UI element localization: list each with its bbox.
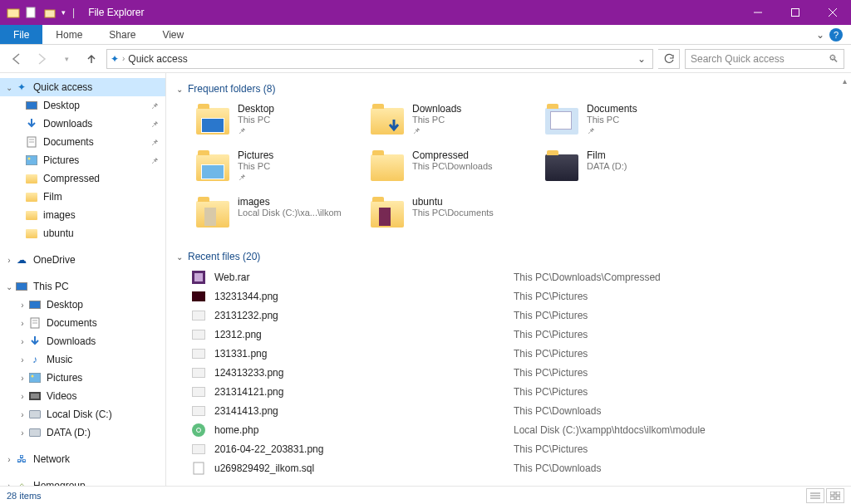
qat-properties-icon[interactable] bbox=[25, 6, 38, 19]
collapse-icon[interactable]: ⌄ bbox=[176, 85, 183, 94]
navigation-pane[interactable]: ⌄ ✦ Quick access Desktop📌︎Downloads📌︎Doc… bbox=[0, 73, 166, 486]
content-pane[interactable]: ▴ ⌄ Frequent folders (8) DesktopThis PC📌… bbox=[166, 73, 851, 486]
qat-new-folder-icon[interactable] bbox=[43, 6, 57, 19]
expand-icon[interactable]: › bbox=[17, 337, 28, 346]
address-row: ▾ ✦ › Quick access ⌄ 🔍︎ bbox=[0, 45, 851, 73]
pin-icon: 📌︎ bbox=[150, 101, 159, 110]
search-icon[interactable]: 🔍︎ bbox=[829, 53, 839, 65]
sidebar-this-pc[interactable]: ⌄ This PC bbox=[0, 277, 165, 296]
expand-icon[interactable]: ⌄ bbox=[3, 282, 15, 291]
sidebar-item-label: DATA (D:) bbox=[47, 427, 159, 438]
sidebar-item-desktop[interactable]: ›Desktop bbox=[0, 296, 165, 314]
sidebar-item-documents[interactable]: Documents📌︎ bbox=[0, 133, 165, 151]
tab-home[interactable]: Home bbox=[42, 25, 96, 44]
folder-icon bbox=[25, 208, 38, 222]
scroll-up-icon[interactable]: ▴ bbox=[839, 76, 849, 93]
thumbnails-view-button[interactable] bbox=[826, 488, 844, 503]
sidebar-network[interactable]: › 🖧 Network bbox=[0, 450, 165, 468]
folder-downloads[interactable]: DownloadsThis PC📌︎ bbox=[366, 100, 540, 146]
sidebar-item-music[interactable]: ›♪Music bbox=[0, 350, 165, 369]
address-dropdown-icon[interactable]: ⌄ bbox=[634, 53, 649, 65]
expand-icon[interactable]: › bbox=[17, 355, 28, 365]
sidebar-homegroup[interactable]: › ⌂ Homegroup bbox=[0, 477, 165, 486]
recent-file-row[interactable]: 131331.pngThis PC\Pictures bbox=[191, 344, 851, 363]
tab-share[interactable]: Share bbox=[96, 25, 149, 44]
back-button[interactable] bbox=[7, 49, 27, 69]
recent-file-row[interactable]: 13231344.pngThis PC\Pictures bbox=[191, 286, 851, 306]
quick-access-star-icon: ✦ bbox=[111, 53, 119, 65]
folder-icon bbox=[369, 149, 406, 186]
expand-icon[interactable]: › bbox=[17, 410, 28, 419]
sidebar-item-images[interactable]: images bbox=[0, 206, 165, 224]
sidebar-item-ubuntu[interactable]: ubuntu bbox=[0, 224, 165, 242]
folder-images[interactable]: imagesLocal Disk (C:)\xa...\ilkom bbox=[191, 193, 366, 239]
tab-file[interactable]: File bbox=[0, 25, 42, 44]
frequent-folders-header[interactable]: ⌄ Frequent folders (8) bbox=[166, 80, 851, 100]
maximize-button[interactable] bbox=[776, 0, 814, 25]
file-location: This PC\Pictures bbox=[514, 310, 588, 321]
folder-film[interactable]: FilmDATA (D:) bbox=[540, 146, 715, 193]
expand-icon[interactable]: › bbox=[17, 301, 28, 310]
recent-file-row[interactable]: 23131232.pngThis PC\Pictures bbox=[191, 306, 851, 325]
folder-ubuntu[interactable]: ubuntuThis PC\Documents bbox=[366, 193, 540, 239]
minimize-button[interactable] bbox=[739, 0, 776, 25]
expand-icon[interactable]: › bbox=[3, 455, 15, 464]
ribbon-expand-icon[interactable]: ⌄ bbox=[811, 29, 829, 41]
recent-file-row[interactable]: home.phpLocal Disk (C:)\xampp\htdocs\ilk… bbox=[191, 420, 851, 439]
refresh-button[interactable] bbox=[658, 49, 680, 69]
search-box[interactable]: 🔍︎ bbox=[685, 49, 844, 69]
recent-file-row[interactable]: 12312.pngThis PC\Pictures bbox=[191, 325, 851, 344]
up-button[interactable] bbox=[81, 49, 101, 69]
sidebar-item-compressed[interactable]: Compressed bbox=[0, 169, 165, 188]
close-button[interactable] bbox=[814, 0, 851, 25]
sidebar-item-film[interactable]: Film bbox=[0, 188, 165, 206]
folder-icon bbox=[369, 196, 406, 232]
sidebar-item-pictures[interactable]: ›Pictures bbox=[0, 369, 165, 387]
recent-files-header[interactable]: ⌄ Recent files (20) bbox=[166, 247, 851, 267]
recent-file-row[interactable]: 124313233.pngThis PC\Pictures bbox=[191, 363, 851, 382]
recent-file-row[interactable]: 2016-04-22_203831.pngThis PC\Pictures bbox=[191, 439, 851, 458]
sidebar-onedrive[interactable]: › ☁ OneDrive bbox=[0, 251, 165, 269]
sidebar-item-data-d-[interactable]: ›DATA (D:) bbox=[0, 423, 165, 442]
folder-desktop[interactable]: DesktopThis PC📌︎ bbox=[191, 100, 366, 146]
sidebar-item-documents[interactable]: ›Documents bbox=[0, 314, 165, 332]
recent-file-row[interactable]: 23141413.pngThis PC\Downloads bbox=[191, 401, 851, 420]
folder-compressed[interactable]: CompressedThis PC\Downloads bbox=[366, 146, 540, 193]
folder-pictures[interactable]: PicturesThis PC📌︎ bbox=[191, 146, 366, 193]
expand-icon[interactable]: › bbox=[3, 256, 15, 265]
sidebar-item-videos[interactable]: ›Videos bbox=[0, 387, 165, 405]
sidebar-item-downloads[interactable]: Downloads📌︎ bbox=[0, 115, 165, 133]
folder-name: Downloads bbox=[412, 103, 461, 115]
expand-icon[interactable]: › bbox=[17, 428, 28, 438]
expand-icon[interactable]: › bbox=[3, 482, 15, 487]
details-view-button[interactable] bbox=[806, 488, 824, 503]
recent-file-row[interactable]: u269829492_ilkom.sqlThis PC\Downloads bbox=[191, 458, 851, 477]
address-bar[interactable]: ✦ › Quick access ⌄ bbox=[106, 49, 653, 69]
search-input[interactable] bbox=[691, 53, 829, 65]
sidebar-item-local-disk-c-[interactable]: ›Local Disk (C:) bbox=[0, 405, 165, 423]
sidebar-item-desktop[interactable]: Desktop📌︎ bbox=[0, 96, 165, 115]
expand-icon[interactable]: › bbox=[17, 319, 28, 328]
tab-view[interactable]: View bbox=[149, 25, 197, 44]
folder-icon bbox=[25, 172, 38, 185]
expand-icon[interactable]: › bbox=[17, 392, 28, 401]
breadcrumb[interactable]: Quick access bbox=[128, 53, 187, 65]
pc-icon bbox=[15, 280, 28, 293]
forward-button[interactable] bbox=[32, 49, 52, 69]
sidebar-item-label: Film bbox=[43, 191, 159, 203]
expand-icon[interactable]: ⌄ bbox=[3, 83, 15, 92]
sidebar-item-pictures[interactable]: Pictures📌︎ bbox=[0, 151, 165, 169]
sidebar-quick-access[interactable]: ⌄ ✦ Quick access bbox=[0, 78, 165, 96]
recent-file-row[interactable]: 231314121.pngThis PC\Pictures bbox=[191, 382, 851, 401]
chevron-right-icon[interactable]: › bbox=[122, 54, 125, 63]
recent-locations-button[interactable]: ▾ bbox=[57, 49, 76, 69]
collapse-icon[interactable]: ⌄ bbox=[176, 252, 183, 262]
sidebar-item-downloads[interactable]: ›Downloads bbox=[0, 332, 165, 350]
recent-file-row[interactable]: Web.rarThis PC\Downloads\Compressed bbox=[191, 267, 851, 286]
help-icon[interactable]: ? bbox=[829, 28, 843, 42]
expand-icon[interactable]: › bbox=[17, 374, 28, 383]
sidebar-item-label: images bbox=[43, 209, 159, 221]
folder-documents[interactable]: DocumentsThis PC📌︎ bbox=[540, 100, 715, 146]
qat-dropdown-icon[interactable]: ▾ bbox=[61, 8, 66, 17]
file-name: 12312.png bbox=[214, 329, 514, 340]
